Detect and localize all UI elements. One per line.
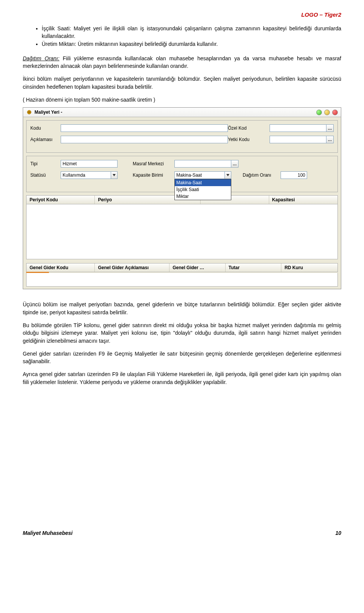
paragraph-4: Üçüncü bölüm ise maliyet periyotları baz… [23, 301, 341, 316]
chevron-down-icon[interactable] [224, 171, 231, 179]
paragraph-2: İkinci bölüm maliyet periyotlarının ve k… [23, 75, 341, 91]
col-genel-gider-aciklamasi[interactable]: Genel Gider Açıklaması [95, 263, 169, 272]
kapasite-birimi-combo[interactable]: Makina-Saat Makina-Saat İşçilik Saati Mi… [174, 171, 231, 179]
bullet-item: İşçilik Saati: Maliyet yeri ile ilişkili… [42, 25, 341, 40]
dropdown-option[interactable]: Makina-Saat [175, 179, 231, 186]
tipi-label: Tipi [30, 161, 61, 166]
tipi-combo[interactable]: Hizmet [61, 160, 118, 168]
dagitim-orani-input[interactable]: 100 [281, 171, 307, 179]
masraf-merkezi-input[interactable] [174, 160, 231, 168]
statusu-combo[interactable]: Kullanımda [61, 171, 118, 179]
col-rd-kuru[interactable]: RD Kuru [281, 263, 337, 272]
svg-marker-5 [226, 174, 229, 176]
bullet-list: İşçilik Saati: Maliyet yeri ile ilişkili… [42, 25, 341, 48]
statusu-label: Statüsü [30, 172, 61, 178]
tipi-value: Hizmet [61, 160, 118, 168]
kapasite-birimi-value: Makina-Saat [174, 171, 225, 179]
footer-title: Maliyet Muhasebesi [23, 530, 73, 536]
gider-grid-header: Genel Gider Kodu Genel Gider Açıklaması … [26, 263, 338, 272]
dropdown-option[interactable]: İşçilik Saati [175, 186, 231, 193]
masraf-merkezi-lookup-button[interactable]: … [231, 160, 238, 168]
kapasite-birimi-dropdown: Makina-Saat İşçilik Saati Miktar [174, 179, 231, 200]
paragraph-7: Ayrıca genel gider satırları üzerinden F… [23, 370, 341, 386]
bee-icon [26, 109, 32, 115]
ozel-kod-lookup-button[interactable]: … [326, 124, 334, 132]
title-bar: Maliyet Yeri - [23, 108, 341, 117]
header-pane: Kodu Özel Kod … Açıklaması Yetki Kodu … [26, 120, 338, 153]
kodu-label: Kodu [30, 125, 61, 131]
ozel-kod-label: Özel Kod [228, 125, 270, 131]
ozel-kod-input[interactable] [270, 124, 326, 132]
dagitim-orani-label: Dağıtım Oranı [243, 172, 281, 178]
svg-marker-4 [113, 174, 116, 176]
paragraph-6: Genel gider satırları üzerinden F9 ile G… [23, 350, 341, 365]
maliyet-yeri-window: Maliyet Yeri - Kodu Özel Kod … Açıklamas… [23, 107, 341, 289]
yetki-kodu-label: Yetki Kodu [228, 137, 270, 142]
minimize-button[interactable] [324, 110, 330, 115]
periyot-grid-body[interactable] [26, 204, 338, 259]
maximize-button[interactable] [316, 110, 322, 115]
kapasite-birimi-label: Kapasite Birimi [133, 172, 174, 178]
aciklamasi-label: Açıklaması [30, 137, 61, 142]
col-genel-gider-kodu[interactable]: Genel Gider Kodu [27, 263, 95, 272]
window-title: Maliyet Yeri - [35, 110, 314, 115]
col-periyot-kodu[interactable]: Periyot Kodu [27, 196, 95, 204]
paragraph-dagitim: Dağıtım Oranı: Fiili yükleme esnasında k… [23, 55, 341, 70]
dropdown-option[interactable]: Miktar [175, 193, 231, 200]
header-logo: LOGO – Tiger2 [23, 11, 341, 18]
close-button[interactable] [332, 110, 338, 115]
col-tutar[interactable]: Tutar [226, 263, 282, 272]
paragraph-5: Bu bölümde görülen TİP kolonu, genel gid… [23, 321, 341, 345]
lead-term: Dağıtım Oranı: [23, 55, 60, 61]
masraf-merkezi-label: Masraf Merkezi [133, 161, 174, 166]
paragraph-text: Fiili yükleme esnasında kullanılacak ola… [23, 55, 341, 69]
detail-pane: Tipi Hizmet Masraf Merkezi … Statüsü Kul… [26, 156, 338, 192]
gider-grid-body[interactable] [26, 273, 338, 287]
chevron-down-icon[interactable] [111, 171, 118, 179]
bullet-item: Üretim Miktarı: Üretim miktarının kapasi… [42, 40, 341, 48]
paragraph-3: ( Haziran dönemi için toplam 500 makine-… [23, 96, 341, 103]
footer-page-number: 10 [335, 530, 341, 536]
aciklamasi-input[interactable] [61, 136, 228, 143]
col-kapasitesi[interactable]: Kapasitesi [269, 196, 337, 204]
statusu-value: Kullanımda [61, 171, 111, 179]
page-footer: Maliyet Muhasebesi 10 [23, 530, 341, 536]
yetki-kodu-lookup-button[interactable]: … [326, 136, 334, 143]
kodu-input[interactable] [61, 124, 228, 132]
col-genel-gider[interactable]: Genel Gider … [169, 263, 226, 272]
yetki-kodu-input[interactable] [270, 136, 326, 143]
